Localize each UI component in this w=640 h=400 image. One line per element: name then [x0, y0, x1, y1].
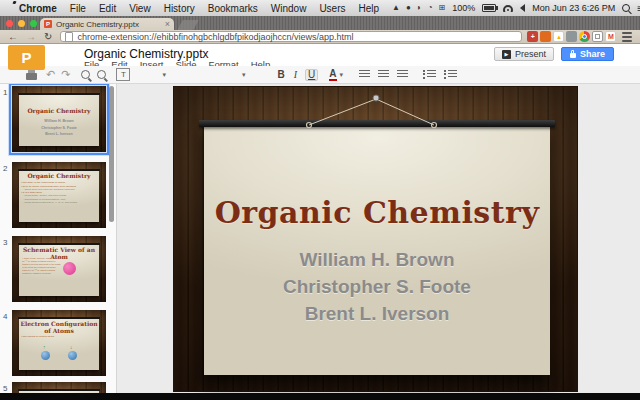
menubar-item-bookmarks[interactable]: Bookmarks: [208, 3, 258, 14]
text-color-dropdown[interactable]: ▾: [340, 71, 344, 78]
orange-extension-icon[interactable]: [540, 31, 551, 42]
bottom-black-bar: [0, 393, 640, 400]
zoom-out-icon: [97, 70, 106, 79]
menu-items: ChromeFileEditViewHistoryBookmarksWindow…: [19, 3, 392, 14]
thumbnail-rod: [18, 389, 100, 391]
menubar-item-window[interactable]: Window: [271, 3, 307, 14]
slide-thumbnail-2[interactable]: Organic Chemistry• The study of the comp…: [12, 162, 106, 228]
menubar-item-chrome[interactable]: Chrome: [19, 3, 57, 14]
address-bar[interactable]: chrome-extension://ehibbfinohgbchlgdbfpi…: [60, 31, 522, 42]
gmail-extension-icon[interactable]: M: [605, 31, 616, 42]
chrome-extension-icon[interactable]: [579, 31, 590, 42]
slides-logo[interactable]: P: [8, 45, 45, 70]
print-button[interactable]: [26, 70, 37, 80]
align-left-button[interactable]: [359, 70, 370, 79]
underline-button[interactable]: U: [305, 69, 318, 81]
nucleus-circle: [63, 262, 76, 275]
zoom-out-button[interactable]: [97, 70, 106, 79]
font-dropdown[interactable]: ▾: [162, 71, 166, 78]
reload-button[interactable]: ↻: [44, 32, 52, 42]
menu-bar-status-area: ▲●◗◔⊞ 100% Mon Jun 23 6:26 PM ≡: [392, 3, 640, 14]
slide-thumbnail-5[interactable]: [12, 382, 106, 393]
slide-filmstrip: 1Organic ChemistryWilliam H. BrownChrist…: [0, 84, 117, 393]
align-left-icon: [359, 70, 370, 79]
editor-workspace: 1Organic ChemistryWilliam H. BrownChrist…: [0, 84, 640, 393]
thumbnail-poster: Organic ChemistryWilliam H. BrownChristo…: [19, 95, 99, 146]
textbox-icon: T: [116, 68, 130, 81]
spotlight-icon[interactable]: [622, 4, 630, 12]
slide-canvas[interactable]: Organic Chemistry William H. BrownChrist…: [173, 86, 578, 392]
thumbnail-atom-text: A small dense nucleus, diameter 10⁻¹⁴ – …: [22, 257, 63, 275]
align-right-button[interactable]: [397, 70, 408, 79]
status-icon-1[interactable]: ●: [406, 4, 411, 12]
share-button[interactable]: Share: [561, 47, 614, 61]
bulleted-list-button[interactable]: [444, 70, 457, 79]
thumbnail-title: Electron Configuration of Atoms: [19, 321, 99, 334]
author-line: Christopher S. Foote: [204, 273, 550, 300]
thumbnail-rod: [18, 93, 100, 95]
chrome-menu-icon[interactable]: [622, 32, 632, 42]
extension-icons: +▲M: [527, 31, 616, 42]
slide-thumbnail-1[interactable]: Organic ChemistryWilliam H. BrownChristo…: [12, 86, 106, 152]
menubar-item-users[interactable]: Users: [319, 3, 345, 14]
menubar-item-view[interactable]: View: [129, 3, 151, 14]
bulleted-list-icon: [444, 70, 457, 79]
new-tab-button[interactable]: [177, 20, 198, 30]
menu-bar-clock[interactable]: Mon Jun 23 6:26 PM: [532, 3, 615, 13]
url-text: chrome-extension://ehibbfinohgbchlgdbfpi…: [77, 32, 353, 42]
camera-extension-icon[interactable]: [566, 31, 577, 42]
slide-thumbnail-3[interactable]: Schematic View of an AtomA small dense n…: [12, 236, 106, 302]
menubar-item-edit[interactable]: Edit: [99, 3, 116, 14]
page-icon: [65, 32, 73, 42]
slide-number: 3: [3, 238, 7, 247]
bold-button[interactable]: B: [277, 70, 284, 80]
status-icon-3[interactable]: ◔: [428, 4, 433, 12]
numbered-list-button[interactable]: [423, 70, 436, 79]
menubar-item-file[interactable]: File: [70, 3, 86, 14]
slide-authors-textbox[interactable]: William H. BrownChristopher S. FooteBren…: [204, 246, 550, 327]
menubar-item-history[interactable]: History: [164, 3, 195, 14]
thumbnail-rod: [18, 317, 100, 319]
filmstrip-scrollbar[interactable]: [109, 86, 114, 222]
menubar-item-help[interactable]: Help: [359, 3, 380, 14]
zoom-in-button[interactable]: [81, 70, 90, 79]
align-center-button[interactable]: [378, 70, 389, 79]
undo-button[interactable]: ↶: [46, 69, 55, 80]
slide-number: 1: [3, 88, 7, 97]
textbox-button[interactable]: T: [116, 68, 130, 81]
slide-number: 5: [3, 384, 7, 393]
window-close-button[interactable]: [6, 20, 13, 27]
adblock-extension-icon[interactable]: +: [527, 31, 538, 42]
status-icon-4[interactable]: ⊞: [439, 4, 446, 12]
screenshot-extension-icon[interactable]: [592, 31, 603, 42]
window-minimize-button[interactable]: [18, 20, 25, 27]
browser-tab[interactable]: P Organic Chemistry.pptx ×: [40, 18, 174, 30]
slide-poster[interactable]: Organic Chemistry William H. BrownChrist…: [204, 123, 550, 375]
macos-menu-bar: ChromeFileEditViewHistoryBookmarksWindow…: [0, 0, 640, 16]
tab-close-icon[interactable]: ×: [165, 20, 170, 29]
drive-extension-icon[interactable]: ▲: [553, 31, 564, 42]
slide-thumbnail-4[interactable]: Electron Configuration of Atoms• The pai…: [12, 310, 106, 376]
slide-title-textbox[interactable]: Organic Chemistry: [204, 195, 550, 230]
text-color-button[interactable]: A: [329, 69, 336, 81]
font-size-dropdown[interactable]: ▾: [242, 71, 246, 78]
hanging-string-graphic: [174, 87, 579, 137]
tab-favicon: P: [44, 20, 52, 28]
header-buttons: ▶ Present Share: [494, 47, 614, 61]
window-zoom-button[interactable]: [30, 20, 37, 27]
tab-title: Organic Chemistry.pptx: [56, 20, 162, 29]
slides-app-header: P Organic Chemistry.pptx FileEditInsertS…: [0, 44, 640, 66]
italic-button[interactable]: I: [294, 70, 297, 80]
status-icon-0[interactable]: ▲: [392, 4, 400, 12]
back-button[interactable]: ←: [8, 32, 18, 42]
status-icon-2[interactable]: ◗: [417, 4, 422, 12]
play-icon: ▶: [502, 50, 511, 59]
present-button[interactable]: ▶ Present: [494, 47, 554, 61]
volume-icon[interactable]: [520, 4, 525, 12]
thumbnail-wood-bg: [12, 382, 106, 393]
wifi-icon[interactable]: [503, 5, 513, 12]
electron-sphere: ↑: [41, 351, 50, 360]
thumbnail-title: Organic Chemistry: [19, 173, 99, 180]
forward-button[interactable]: →: [26, 32, 36, 42]
redo-button[interactable]: ↷: [61, 69, 70, 80]
